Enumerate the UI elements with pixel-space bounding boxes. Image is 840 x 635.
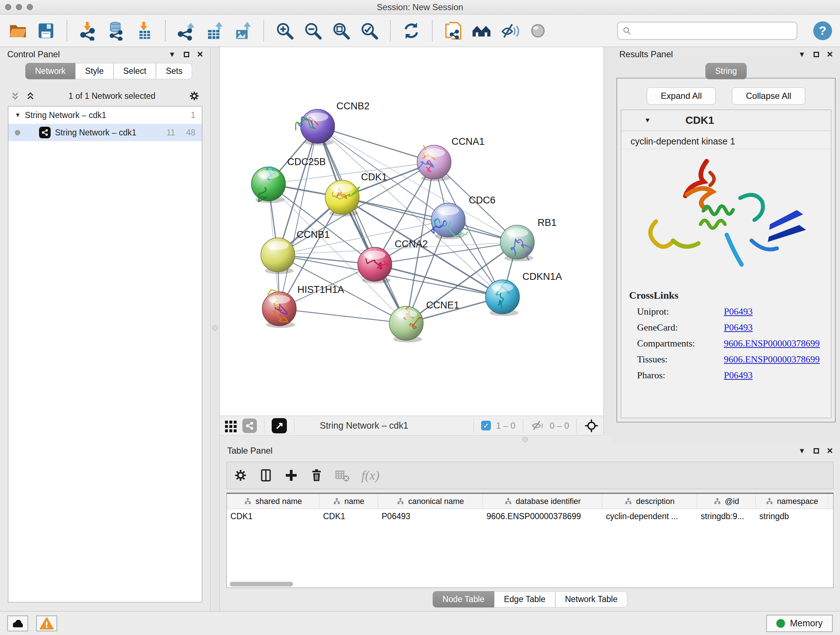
collection-count: 1 [191, 111, 195, 120]
gear-icon[interactable] [188, 90, 200, 102]
zoom-fit-icon[interactable] [332, 21, 351, 41]
tab-network[interactable]: Network [25, 63, 75, 79]
table-cell[interactable]: stringdb [756, 509, 828, 524]
table-cell[interactable]: CDK1 [319, 509, 378, 524]
open-external-icon[interactable]: ↗ [272, 418, 287, 433]
tab-style[interactable]: Style [75, 63, 113, 79]
table-splitter[interactable] [220, 435, 603, 443]
network-node-CDKN1A[interactable] [485, 280, 519, 316]
zoom-out-icon[interactable] [303, 21, 323, 41]
open-session-icon[interactable] [8, 21, 27, 41]
right-splitter[interactable] [603, 47, 612, 435]
share-icon[interactable] [242, 418, 257, 433]
network-node-CCNA2[interactable] [358, 247, 392, 283]
left-splitter[interactable] [210, 47, 220, 611]
network-node-HIST1H1A[interactable] [262, 290, 296, 328]
hidden-eye-icon[interactable] [531, 420, 545, 432]
memory-button[interactable]: Memory [766, 615, 833, 632]
table-cell[interactable]: stringdb:9... [697, 509, 756, 524]
scrollbar-thumb[interactable] [230, 582, 293, 586]
open-network-in-browser-icon[interactable] [444, 21, 463, 41]
control-panel-float-icon[interactable] [184, 52, 189, 57]
status-bar: Memory [0, 611, 840, 635]
zoom-selected-icon[interactable] [360, 21, 379, 41]
collection-caret-icon[interactable]: ▼ [15, 112, 21, 119]
table-horizontal-scrollbar[interactable] [227, 581, 833, 587]
gear-icon[interactable] [233, 468, 248, 483]
export-table-icon[interactable] [205, 21, 224, 41]
hide-glasses-icon[interactable] [500, 21, 519, 41]
crosslink-label: Tissues: [637, 354, 724, 365]
network-node-CCNE1[interactable] [389, 306, 423, 342]
tab-network-table[interactable]: Network Table [555, 591, 627, 608]
cloud-button[interactable] [7, 616, 28, 631]
network-node-CDC6[interactable] [431, 203, 467, 239]
network-node-CDK1[interactable] [325, 180, 360, 217]
delete-icon[interactable] [309, 468, 324, 483]
network-canvas[interactable]: CCNB2CCNA1CDC25BCDK1CDC6RB1CCNB1CCNA2CDK… [220, 47, 603, 416]
column-header-namespace[interactable]: namespace [756, 494, 828, 509]
table-cell[interactable]: 9606.ENSP00000378699 [483, 509, 602, 524]
collapse-all-button[interactable]: Collapse All [732, 87, 805, 105]
crosslink-link[interactable]: 9606.ENSP00000378699 [724, 354, 820, 365]
string-home-icon[interactable] [472, 21, 491, 41]
tab-edge-table[interactable]: Edge Table [494, 591, 555, 608]
network-node-CCNB1[interactable] [261, 238, 295, 274]
table-cell[interactable]: CDK1 [227, 509, 319, 524]
selected-checkbox-icon[interactable]: ✓ [481, 421, 491, 431]
add-column-icon[interactable] [284, 468, 298, 483]
export-network-icon[interactable] [177, 21, 196, 41]
tab-node-table[interactable]: Node Table [433, 591, 494, 608]
table-panel-close-icon[interactable]: × [827, 446, 833, 456]
results-panel-menu-icon[interactable]: ▼ [798, 50, 806, 59]
network-node-RB1[interactable] [500, 225, 534, 261]
table-cell[interactable]: cyclin-dependent ... [602, 509, 697, 524]
table-cell[interactable]: P06493 [378, 509, 483, 524]
tab-sets[interactable]: Sets [156, 63, 192, 79]
help-button[interactable]: ? [813, 21, 832, 40]
import-network-icon[interactable] [78, 21, 98, 41]
export-image-icon[interactable] [233, 21, 253, 41]
network-node-CCNB2[interactable] [295, 109, 335, 146]
network-node-CCNA1[interactable] [417, 145, 451, 181]
gene-caret-icon[interactable]: ▼ [644, 117, 651, 124]
expand-all-button[interactable]: Expand All [647, 87, 716, 105]
string-results-box: Expand All Collapse All ▼ CDK1 cyclin-de… [616, 78, 836, 423]
column-header-database-identifier[interactable]: database identifier [483, 494, 602, 509]
show-graphics-details-icon[interactable] [528, 21, 548, 41]
crosslink-link[interactable]: P06493 [724, 322, 752, 333]
warning-button[interactable] [36, 616, 57, 631]
results-panel-float-icon[interactable] [813, 52, 819, 57]
update-network-icon[interactable] [401, 21, 421, 41]
network-row[interactable]: String Network – cdk1 11 48 [8, 124, 202, 141]
grid-icon[interactable] [224, 419, 237, 432]
import-network-from-database-icon[interactable] [106, 21, 126, 41]
column-header-canonical-name[interactable]: canonical name [378, 494, 483, 509]
fit-crosshair-icon[interactable] [584, 418, 599, 433]
network-node-CDC25B[interactable] [251, 167, 286, 203]
columns-icon[interactable] [259, 468, 273, 483]
collapse-all-icon[interactable] [10, 91, 20, 101]
crosslink-link[interactable]: P06493 [724, 370, 752, 381]
tab-string[interactable]: String [706, 63, 747, 79]
crosslink-link[interactable]: P06493 [724, 306, 752, 317]
column-header-shared-name[interactable]: shared name [227, 494, 319, 509]
gene-header[interactable]: ▼ CDK1 [621, 110, 831, 131]
crosslink-link[interactable]: 9606.ENSP00000378699 [724, 338, 820, 349]
search-box [617, 22, 797, 40]
save-session-icon[interactable] [36, 21, 56, 41]
control-panel-menu-icon[interactable]: ▼ [169, 50, 176, 59]
import-table-icon[interactable] [134, 21, 154, 41]
control-panel-close-icon[interactable]: × [197, 49, 203, 59]
search-input[interactable] [635, 25, 792, 36]
column-header-@id[interactable]: @id [697, 494, 756, 509]
network-collection-row[interactable]: ▼ String Network – cdk1 1 [8, 106, 202, 124]
expand-all-icon[interactable] [25, 91, 35, 101]
column-header-name[interactable]: name [319, 494, 378, 509]
zoom-in-icon[interactable] [275, 21, 294, 41]
column-header-description[interactable]: description [602, 494, 697, 509]
table-panel-float-icon[interactable] [813, 448, 819, 454]
tab-select[interactable]: Select [114, 63, 156, 79]
results-panel-close-icon[interactable]: × [827, 49, 833, 59]
table-panel-menu-icon[interactable]: ▼ [798, 447, 806, 455]
